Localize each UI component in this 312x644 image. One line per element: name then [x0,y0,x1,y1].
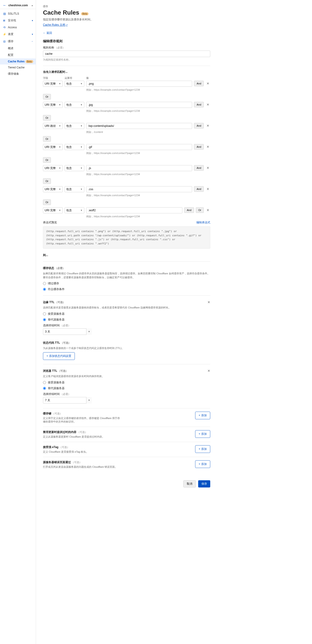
field-select[interactable]: URI 完整 [43,207,63,213]
radio-browser-override[interactable]: 替代源服务器 [43,386,210,390]
lock-icon: ⟲ [3,26,6,29]
radio-edge-origin[interactable]: 接受源服务器 [43,312,210,316]
add-status-code-button[interactable]: +添加状态代码设置 [43,352,75,360]
field-select[interactable]: URI 完整 [43,165,63,171]
delete-row-button[interactable]: ✕ [206,123,210,128]
value-input[interactable] [86,144,192,150]
value-input[interactable] [86,123,192,129]
expression-preview: (http.request.full_uri contains ".png") … [43,226,210,248]
or-separator[interactable]: Or [43,94,51,100]
operator-select[interactable]: 包含 [65,81,84,87]
add-setting-button[interactable]: +添加 [195,430,210,438]
cache-subnav: 概述 配置 Cache RulesBeta Tiered Cache 缓存储备 [0,45,36,77]
browser-duration-select[interactable]: 7 天 [43,397,92,404]
subnav-config[interactable]: 配置 [8,52,36,58]
docs-link[interactable]: Cache Rules 文档↗ [43,23,68,26]
add-setting-button[interactable]: +添加 [195,412,210,419]
return-link[interactable]: ← 返回 [43,31,52,35]
operator-select[interactable]: 包含 [65,207,84,213]
value-input[interactable] [86,102,192,108]
operator-select[interactable]: 包含 [65,123,84,129]
and-button[interactable]: And [184,207,194,213]
subnav-reserve[interactable]: 缓存储备 [8,70,36,77]
field-select[interactable]: URI 完整 [43,81,63,87]
main-content: 缓存 Cache Rules Beta 指定应缓存哪些资源以及缓存多长时间。 C… [36,0,217,644]
or-separator[interactable]: Or [43,136,51,142]
close-browser-ttl[interactable]: ✕ [208,369,210,373]
delete-row-button[interactable]: ✕ [206,81,210,86]
edit-rule-title: 编辑缓存规则 [43,39,210,43]
bolt-icon: ⚡ [3,33,6,36]
field-select[interactable]: URI 完整 [43,144,63,150]
or-separator[interactable]: Or [43,200,51,205]
nav-speed[interactable]: ⚡速度▾ [0,30,36,38]
and-button[interactable]: And [194,165,204,171]
radio-browser-origin[interactable]: 接受源服务器 [43,380,210,384]
and-button[interactable]: And [194,102,204,107]
delete-row-button[interactable]: ✕ [206,165,210,171]
add-setting-button[interactable]: +添加 [195,445,210,453]
subnav-cache-rules[interactable]: Cache RulesBeta [0,58,36,64]
delete-row-button[interactable]: ✕ [206,102,210,107]
value-input[interactable] [86,207,182,213]
edge-ttl-desc: 选择匹配请求是否接受从源服务器接收的缓存标头，或者您是否希望替代在 Cloudf… [43,306,210,310]
example-text: 例如，https://example.com/contact?page=1234 [86,109,210,113]
subnav-tiered[interactable]: Tiered Cache [8,64,36,70]
cache-status-desc: 如果匹配请求将绕过 Cloudflare 的缓存并从您的源服务器提取响应，选择绕… [43,272,210,279]
radio-eligible[interactable]: 符合缓存条件 [43,287,210,291]
edit-expr-link[interactable]: 编辑表达式 [196,220,210,224]
save-button[interactable]: 保存 [198,480,210,488]
chevron-icon: ▾ [32,33,33,36]
field-select[interactable]: URI 完整 [43,186,63,192]
subnav-overview[interactable]: 概述 [8,45,36,52]
status-ttl-title: 状态代码 TTL （可选） [43,341,210,345]
operator-select[interactable]: 包含 [65,102,84,108]
radio-edge-override[interactable]: 替代源服务器 [43,318,210,322]
value-input[interactable] [86,81,192,87]
or-separator[interactable]: Or [43,115,51,120]
and-button[interactable]: And [194,123,204,128]
field-select[interactable]: URI 完整 [43,102,63,108]
edge-ttl-title: 边缘 TTL （可选） [43,300,210,304]
value-input[interactable] [86,186,192,192]
example-text: 例如，https://example.com/contact?page=1234 [86,215,210,218]
disk-icon: ⊟ [3,40,6,43]
rule-name-label: 规则名称 （必需） [43,46,210,50]
delete-row-button[interactable]: ✕ [206,207,210,213]
or-button[interactable]: Or [196,207,204,213]
and-button[interactable]: And [194,81,204,86]
operator-select[interactable]: 包含 [65,165,84,171]
and-button[interactable]: And [194,186,204,192]
nav-security[interactable]: ⛨安全性▾ [0,17,36,24]
setting-desc: 定义用于定义自定义缓存键的请求组件。缓存键是 Cloudflare 用于存储在缓… [43,416,122,424]
operator-select[interactable]: 包含 [65,186,84,192]
external-icon: ↗ [66,24,68,26]
edge-duration-select[interactable]: 3 天 [43,328,92,335]
operator-select[interactable]: 包含 [65,144,84,150]
example-text: 例如，https://example.com/contact?page=1234 [86,88,210,92]
delete-row-button[interactable]: ✕ [206,186,210,192]
nav-ssl[interactable]: ▤SSL/TLS [0,10,36,17]
page-subtitle: 指定应缓存哪些资源以及缓存多长时间。 [43,18,210,22]
add-setting-button[interactable]: +添加 [195,460,210,468]
nav-access[interactable]: ⟲Access [0,24,36,30]
cancel-button[interactable]: 取消 [183,480,196,488]
status-ttl-desc: 为从源服务器接收的一个或多个响应状态代码定义缓存生存时间 (TTL)。 [43,346,210,350]
browser-dur-label: 选择持续时间 （必需） [43,392,210,396]
back-arrow-icon[interactable]: ← [3,3,7,8]
rule-name-input[interactable] [43,50,210,57]
page-title: Cache Rules [43,9,79,16]
field-select[interactable]: URI 路径 [43,123,63,129]
site-selector[interactable]: ← cheshirex.com ▸ [0,2,36,9]
radio-bypass[interactable]: 绕过缓存 [43,282,210,286]
setting-title: 接受强 eTag （可选） [43,445,88,449]
delete-row-button[interactable]: ✕ [206,144,210,150]
nav-cache[interactable]: ⊟缓存− [0,38,36,45]
then-label: 则... [43,253,210,257]
or-separator[interactable]: Or [43,157,51,163]
or-separator[interactable]: Or [43,178,51,184]
and-button[interactable]: And [194,144,204,150]
close-edge-ttl[interactable]: ✕ [208,300,210,304]
rule-name-help: 为规则指定描述性名称。 [43,58,210,62]
value-input[interactable] [86,165,192,171]
